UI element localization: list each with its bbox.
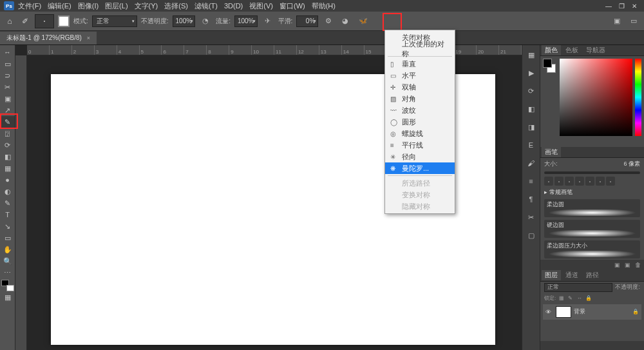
- flow-input[interactable]: 100%▾: [234, 15, 258, 27]
- lasso-tool[interactable]: ⊃: [1, 70, 15, 81]
- pillar-icon[interactable]: ≡: [526, 175, 537, 187]
- quick-select-tool[interactable]: ✂: [1, 81, 15, 93]
- pillar-icon[interactable]: E: [526, 139, 537, 151]
- background-swatch[interactable]: [6, 285, 14, 291]
- color-picker[interactable]: [560, 59, 632, 136]
- tab-color[interactable]: 颜色: [542, 45, 561, 55]
- menu-type[interactable]: 文字(Y): [132, 1, 161, 11]
- crop-tool[interactable]: ▣: [1, 93, 15, 104]
- tab-brushes[interactable]: 画笔: [542, 147, 561, 157]
- symmetry-radial[interactable]: ✳径向: [385, 151, 455, 162]
- brush-preset[interactable]: 柔边圆: [544, 199, 640, 217]
- eraser-tool[interactable]: ◧: [1, 151, 15, 162]
- opacity-input[interactable]: 100%▾: [173, 15, 196, 27]
- pillar-icon[interactable]: 🖌: [526, 157, 537, 169]
- quick-mask-tool[interactable]: ▦: [1, 291, 15, 303]
- hand-tool[interactable]: ✋: [1, 244, 15, 255]
- eyedropper-tool[interactable]: ↗: [1, 104, 15, 116]
- menu-edit[interactable]: 编辑(E): [45, 1, 74, 11]
- symmetry-vertical[interactable]: ▯垂直: [385, 58, 455, 70]
- symmetry-spiral[interactable]: ◎螺旋线: [385, 128, 455, 139]
- brush-preset[interactable]: 柔边圆压力大小: [544, 240, 640, 258]
- pillar-icon[interactable]: ▦: [526, 49, 537, 61]
- edit-toolbar[interactable]: ⋯: [1, 267, 15, 278]
- lock-all-icon[interactable]: 🔒: [585, 295, 592, 302]
- fg-color-swatch[interactable]: [543, 59, 552, 68]
- document-tab[interactable]: 未标题-1 @ 172%(RGB/8) ×: [0, 32, 97, 44]
- symmetry-horizontal[interactable]: ▭水平: [385, 70, 455, 81]
- symmetry-circle[interactable]: ◯圆形: [385, 116, 455, 128]
- menu-view[interactable]: 视图(V): [247, 1, 276, 11]
- search-icon[interactable]: ▭: [627, 15, 640, 28]
- close-button[interactable]: ✕: [629, 3, 640, 10]
- pillar-icon[interactable]: ✂: [526, 211, 537, 223]
- pillar-icon[interactable]: ¶: [526, 193, 537, 205]
- pen-tool[interactable]: ✎: [1, 197, 15, 209]
- menu-filter[interactable]: 滤镜(T): [192, 1, 220, 11]
- menu-layer[interactable]: 图层(L): [102, 1, 130, 11]
- trash-icon[interactable]: 🗑: [634, 261, 641, 269]
- maximize-button[interactable]: ❐: [616, 3, 627, 10]
- symmetry-diagonal[interactable]: ▨对角: [385, 93, 455, 104]
- pillar-icon[interactable]: ⟳: [526, 85, 537, 97]
- zoom-tool[interactable]: 🔍: [1, 255, 15, 267]
- brush-preset[interactable]: 硬边圆: [544, 220, 640, 238]
- path-select-tool[interactable]: ↘: [1, 220, 15, 232]
- menu-select[interactable]: 选择(S): [162, 1, 191, 11]
- layer-blend-select[interactable]: 正常: [544, 283, 612, 292]
- brush-dot[interactable]: •: [544, 177, 553, 186]
- blur-tool[interactable]: ●: [1, 174, 15, 186]
- workspace-icon[interactable]: ▣: [611, 15, 623, 28]
- brush-preset-picker[interactable]: •: [35, 14, 54, 28]
- brush-size-slider[interactable]: [544, 171, 640, 174]
- menu-file[interactable]: 文件(F): [15, 1, 44, 11]
- lock-move-icon[interactable]: ↔: [576, 295, 583, 302]
- type-tool[interactable]: T: [1, 209, 15, 220]
- menu-3d[interactable]: 3D(D): [222, 2, 245, 10]
- symmetry-parallel[interactable]: ≡平行线: [385, 139, 455, 151]
- menu-image[interactable]: 图像(I): [75, 1, 101, 11]
- symmetry-mandala[interactable]: ❋曼陀罗...: [385, 162, 455, 174]
- foreground-background-swap[interactable]: [1, 280, 14, 291]
- close-tab-icon[interactable]: ×: [87, 35, 90, 41]
- pressure-size-icon[interactable]: ◕: [339, 15, 352, 28]
- smooth-input[interactable]: 0%▾: [296, 15, 318, 27]
- history-brush-tool[interactable]: ⟳: [1, 139, 15, 151]
- tab-paths[interactable]: 路径: [583, 270, 602, 280]
- minimize-button[interactable]: —: [603, 3, 614, 10]
- new-preset-icon[interactable]: ▣: [613, 261, 621, 269]
- preset-folder[interactable]: ▸ 常规画笔: [540, 187, 644, 198]
- symmetry-last-used[interactable]: 上次使用的对称: [385, 43, 455, 55]
- new-folder-icon[interactable]: ▣: [623, 261, 631, 269]
- tab-layers[interactable]: 图层: [542, 270, 561, 280]
- pressure-opacity-icon[interactable]: ◔: [199, 15, 212, 28]
- brush-swatch-icon[interactable]: [58, 15, 70, 27]
- tab-channels[interactable]: 通道: [562, 270, 582, 280]
- gradient-tool[interactable]: ▦: [1, 162, 15, 174]
- symmetry-dual-axis[interactable]: ✛双轴: [385, 81, 455, 93]
- brush-tool[interactable]: ✎: [1, 116, 15, 128]
- lock-brush-icon[interactable]: ✎: [567, 295, 574, 302]
- move-tool[interactable]: ↔: [1, 46, 15, 58]
- airbrush-icon[interactable]: ✈: [261, 15, 274, 28]
- blend-mode-select[interactable]: 正常▾: [92, 15, 137, 27]
- menu-window[interactable]: 窗口(W): [277, 1, 308, 11]
- symmetry-button[interactable]: 🦋: [358, 17, 368, 26]
- symmetry-wavy[interactable]: 〰波纹: [385, 104, 455, 116]
- visibility-icon[interactable]: 👁: [545, 309, 553, 315]
- tab-navigator[interactable]: 导航器: [583, 45, 609, 55]
- menu-help[interactable]: 帮助(H): [309, 1, 338, 11]
- clone-tool[interactable]: ⍰: [1, 128, 15, 139]
- marquee-tool[interactable]: ▭: [1, 58, 15, 70]
- shape-tool[interactable]: ▭: [1, 232, 15, 244]
- layer-row-background[interactable]: 👁 背景 🔒: [543, 304, 641, 320]
- lock-pixels-icon[interactable]: ▦: [558, 295, 565, 302]
- hue-slider[interactable]: [635, 59, 641, 136]
- tab-swatches[interactable]: 色板: [562, 45, 582, 55]
- pillar-icon[interactable]: ▶: [526, 67, 537, 79]
- pillar-icon[interactable]: ◨: [526, 121, 537, 133]
- gear-icon[interactable]: ⚙: [322, 15, 335, 28]
- pillar-icon[interactable]: ◧: [526, 103, 537, 115]
- dodge-tool[interactable]: ◐: [1, 186, 15, 197]
- pillar-icon[interactable]: ▢: [526, 229, 537, 241]
